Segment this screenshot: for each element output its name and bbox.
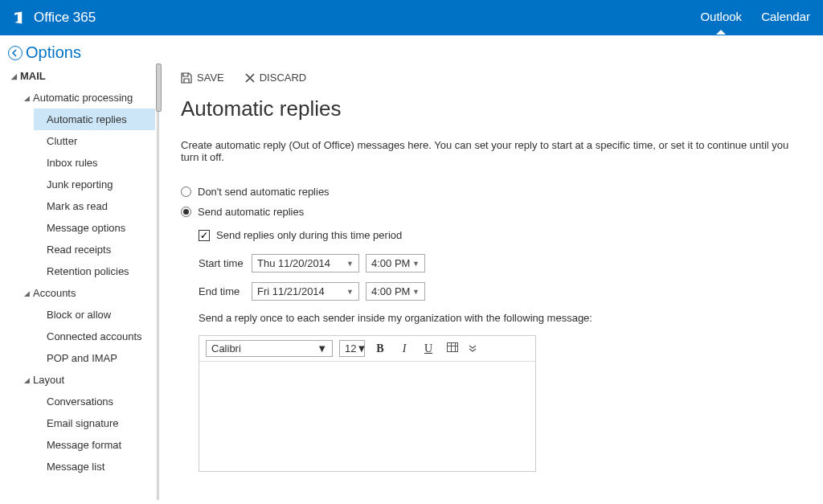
sidebar: ◢ MAIL ◢ Automatic processing Automatic …: [0, 64, 155, 500]
caret-down-icon: ▼: [317, 342, 327, 354]
sidebar-item-email-signature[interactable]: Email signature: [34, 412, 155, 434]
checkbox-time-period[interactable]: ✓ Send replies only during this time per…: [199, 229, 807, 241]
discard-button[interactable]: DISCARD: [245, 72, 307, 84]
sidebar-item-connected-accounts[interactable]: Connected accounts: [34, 326, 155, 347]
splitter-handle-icon: [156, 64, 162, 112]
editor-body[interactable]: [199, 362, 535, 471]
checkbox-checked-icon: ✓: [199, 230, 210, 241]
caret-down-icon: ◢: [24, 289, 30, 297]
table-icon: [447, 342, 458, 352]
sidebar-item-junk-reporting[interactable]: Junk reporting: [34, 174, 155, 195]
sidebar-accounts[interactable]: ◢ Accounts: [21, 282, 155, 304]
header-brand: Office 365: [13, 10, 96, 26]
start-time-row: Start time Thu 11/20/2014 ▼ 4:00 PM ▼: [199, 254, 807, 272]
sidebar-item-block-or-allow[interactable]: Block or allow: [34, 304, 155, 326]
sidebar-item-retention-policies[interactable]: Retention policies: [34, 260, 155, 282]
font-size-dropdown[interactable]: 12 ▼: [339, 340, 365, 357]
main-content: SAVE DISCARD Automatic replies Create au…: [160, 64, 823, 500]
options-bar: Options: [0, 35, 823, 64]
end-time-dropdown[interactable]: 4:00 PM ▼: [366, 282, 425, 301]
nav-outlook[interactable]: Outlook: [700, 10, 742, 27]
underline-button[interactable]: U: [420, 342, 437, 355]
app-title: Office 365: [34, 10, 96, 26]
editor-toolbar: Calibri ▼ 12 ▼ B I U: [199, 336, 535, 362]
chevron-down-double-icon: [468, 344, 485, 354]
sidebar-item-inbox-rules[interactable]: Inbox rules: [34, 152, 155, 174]
app-header: Office 365 Outlook Calendar: [0, 0, 823, 35]
caret-down-icon: ▼: [356, 342, 366, 354]
caret-down-icon: ▼: [412, 260, 420, 268]
end-time-row: End time Fri 11/21/2014 ▼ 4:00 PM ▼: [199, 282, 807, 301]
close-icon: [245, 73, 255, 83]
sidebar-item-message-list[interactable]: Message list: [34, 456, 155, 477]
caret-down-icon: ▼: [346, 288, 354, 296]
radio-dont-send[interactable]: Don't send automatic replies: [181, 186, 807, 198]
page-title: Automatic replies: [181, 96, 807, 121]
sidebar-automatic-processing[interactable]: ◢ Automatic processing: [21, 87, 155, 109]
sidebar-item-conversations[interactable]: Conversations: [34, 391, 155, 412]
caret-down-icon: ▼: [412, 288, 420, 296]
start-date-dropdown[interactable]: Thu 11/20/2014 ▼: [252, 254, 359, 272]
back-arrow-icon: [8, 46, 23, 60]
italic-button[interactable]: I: [395, 342, 413, 355]
save-button[interactable]: SAVE: [181, 72, 224, 84]
sidebar-item-read-receipts[interactable]: Read receipts: [34, 239, 155, 260]
options-label: Options: [26, 43, 81, 62]
caret-down-icon: ▼: [346, 260, 354, 268]
save-icon: [181, 72, 192, 84]
sidebar-item-mark-as-read[interactable]: Mark as read: [34, 195, 155, 217]
bold-button[interactable]: B: [371, 342, 389, 355]
message-editor: Calibri ▼ 12 ▼ B I U: [199, 335, 536, 472]
office-logo-icon: [13, 10, 27, 25]
font-family-dropdown[interactable]: Calibri ▼: [206, 340, 333, 357]
end-date-dropdown[interactable]: Fri 11/21/2014 ▼: [252, 282, 359, 301]
page-description: Create automatic reply (Out of Office) m…: [181, 139, 807, 163]
sidebar-layout[interactable]: ◢ Layout: [21, 369, 155, 391]
start-time-label: Start time: [199, 257, 245, 269]
radio-send[interactable]: Send automatic replies: [181, 206, 807, 218]
end-time-label: End time: [199, 285, 245, 297]
sidebar-mail-header[interactable]: ◢ MAIL: [8, 65, 155, 87]
caret-down-icon: ◢: [11, 72, 17, 80]
options-back-link[interactable]: Options: [8, 43, 81, 62]
sidebar-item-message-options[interactable]: Message options: [34, 217, 155, 239]
more-formatting-button[interactable]: [468, 344, 485, 354]
sidebar-item-automatic-replies[interactable]: Automatic replies: [34, 109, 155, 130]
reply-note: Send a reply once to each sender inside …: [199, 312, 807, 324]
radio-checked-icon: [181, 207, 191, 217]
start-time-dropdown[interactable]: 4:00 PM ▼: [366, 254, 425, 272]
sidebar-item-clutter[interactable]: Clutter: [34, 130, 155, 152]
sidebar-item-message-format[interactable]: Message format: [34, 434, 155, 456]
header-nav: Outlook Calendar: [700, 10, 810, 27]
nav-calendar[interactable]: Calendar: [761, 10, 810, 27]
caret-down-icon: ◢: [24, 376, 30, 384]
toolbar: SAVE DISCARD: [181, 68, 807, 96]
sidebar-item-pop-imap[interactable]: POP and IMAP: [34, 347, 155, 369]
table-button[interactable]: [444, 342, 461, 355]
caret-down-icon: ◢: [24, 94, 30, 102]
radio-icon: [181, 186, 191, 197]
